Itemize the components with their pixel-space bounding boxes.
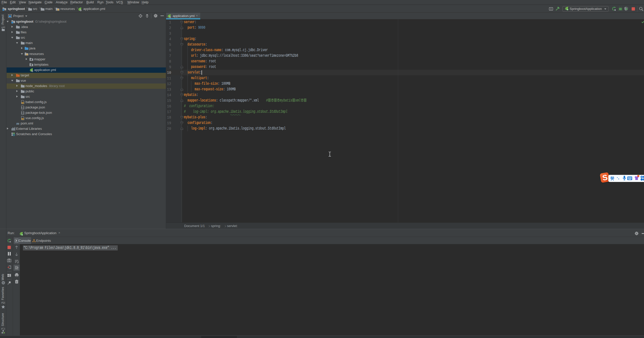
svg-text:m: m [16,121,19,125]
svg-text:JS: JS [22,118,24,120]
svg-text:JS: JS [22,102,24,104]
